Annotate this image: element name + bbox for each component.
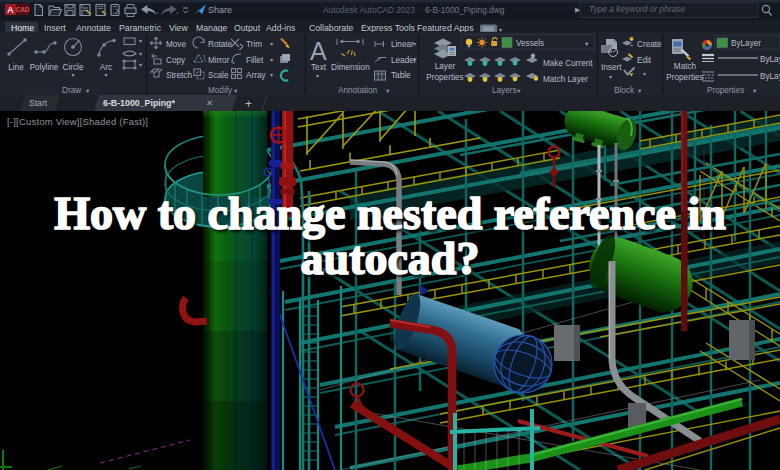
svg-text:Scale: Scale: [208, 71, 229, 80]
svg-text:Fillet: Fillet: [246, 56, 264, 65]
svg-text:Create: Create: [637, 40, 662, 49]
svg-text:+: +: [245, 97, 252, 111]
svg-text:▾: ▾: [139, 38, 142, 44]
svg-text:▾: ▾: [386, 87, 390, 94]
svg-text:Modify: Modify: [208, 86, 233, 95]
svg-text:▾: ▾: [517, 87, 521, 94]
svg-text:▾: ▾: [234, 87, 238, 94]
svg-text:Circle: Circle: [63, 63, 84, 72]
svg-text:Layers: Layers: [492, 86, 517, 95]
svg-text:▾: ▾: [270, 41, 273, 47]
svg-text:Array: Array: [246, 71, 266, 80]
svg-text:Annotation: Annotation: [338, 86, 378, 95]
svg-text:▾: ▾: [638, 87, 642, 94]
svg-text:6-B-1000_Piping.dwg: 6-B-1000_Piping.dwg: [425, 5, 505, 15]
svg-text:▾: ▾: [86, 87, 90, 94]
svg-text:▾: ▾: [71, 72, 74, 78]
svg-text:Properties: Properties: [707, 86, 744, 95]
svg-text:Match Layer: Match Layer: [543, 75, 588, 84]
svg-text:▾: ▾: [270, 72, 273, 78]
svg-text:ByLay: ByLay: [760, 55, 780, 64]
svg-text:Make Current: Make Current: [543, 59, 593, 68]
svg-text:Text: Text: [311, 63, 327, 72]
svg-text:▾: ▾: [316, 73, 319, 79]
svg-text:Properties: Properties: [666, 73, 703, 82]
svg-text:Match: Match: [674, 62, 697, 71]
svg-text:Table: Table: [391, 71, 411, 80]
svg-text:Stretch: Stretch: [166, 71, 192, 80]
svg-text:CAD: CAD: [15, 6, 29, 13]
svg-text:▾: ▾: [609, 74, 612, 80]
svg-text:Type a keyword or phrase: Type a keyword or phrase: [589, 4, 686, 14]
svg-text:Move: Move: [166, 40, 186, 49]
svg-text:▾: ▾: [270, 57, 273, 63]
svg-text:Layer: Layer: [435, 62, 456, 71]
svg-text:Insert: Insert: [601, 63, 622, 72]
svg-text:6-B-1000_Piping*: 6-B-1000_Piping*: [103, 98, 175, 108]
svg-text:Properties: Properties: [426, 73, 463, 82]
svg-text:▾: ▾: [643, 71, 646, 77]
svg-text:Trim: Trim: [246, 40, 262, 49]
svg-text:Copy: Copy: [166, 56, 186, 65]
svg-text:Rotate: Rotate: [208, 40, 233, 49]
svg-text:Start: Start: [29, 98, 48, 108]
svg-text:▾: ▾: [753, 87, 757, 94]
svg-text:✕: ✕: [206, 98, 213, 108]
svg-text:A: A: [310, 37, 327, 65]
svg-text:▾: ▾: [139, 51, 142, 57]
svg-text:▾: ▾: [413, 41, 416, 47]
svg-text:ByLayer: ByLayer: [731, 39, 761, 48]
svg-text:Linear: Linear: [391, 40, 414, 49]
svg-text:Share: Share: [208, 5, 232, 15]
svg-text:▾: ▾: [413, 57, 416, 63]
svg-text:Line: Line: [8, 63, 24, 72]
svg-text:A: A: [7, 4, 14, 15]
svg-text:Polyline: Polyline: [30, 63, 59, 72]
svg-text:Autodesk AutoCAD 2023: Autodesk AutoCAD 2023: [323, 5, 415, 15]
svg-text:Vessels: Vessels: [516, 39, 544, 48]
svg-text:▾: ▾: [585, 40, 589, 47]
svg-text:Edit: Edit: [637, 56, 652, 65]
svg-text:▾: ▾: [139, 62, 142, 68]
svg-text:Draw: Draw: [62, 86, 81, 95]
svg-text:ByLay: ByLay: [760, 72, 780, 81]
svg-text:Block: Block: [614, 86, 635, 95]
svg-text:▾: ▾: [104, 72, 107, 78]
svg-text:Dimension: Dimension: [331, 63, 370, 72]
svg-text:Arc: Arc: [100, 63, 112, 72]
svg-text:Mirror: Mirror: [208, 56, 230, 65]
